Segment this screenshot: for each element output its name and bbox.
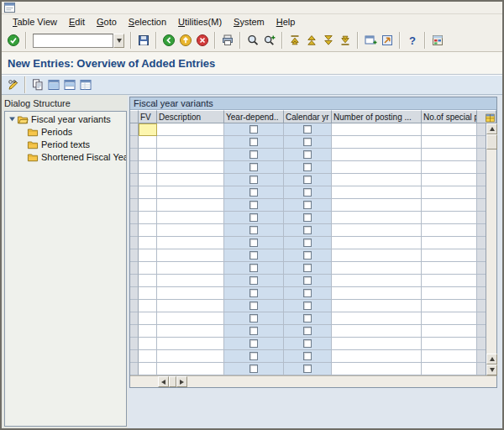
cell-no-of-special-peri[interactable]	[422, 312, 477, 325]
cell-calendar-yr[interactable]	[284, 300, 332, 312]
year-dependent-checkbox[interactable]	[249, 163, 258, 171]
cell-calendar-yr[interactable]	[284, 237, 332, 249]
cell-calendar-yr[interactable]	[284, 350, 332, 363]
calendar-year-checkbox[interactable]	[303, 188, 312, 197]
cell-year-depend[interactable]	[224, 287, 284, 300]
cell-description[interactable]	[157, 123, 224, 136]
menu-system[interactable]: System	[228, 16, 270, 28]
cell-calendar-yr[interactable]	[284, 123, 332, 136]
calendar-year-checkbox[interactable]	[303, 239, 312, 247]
select-all-icon[interactable]	[45, 77, 61, 93]
row-selector[interactable]	[130, 186, 139, 199]
cell-year-depend[interactable]	[224, 186, 284, 199]
column-header-year-depend[interactable]: Year-depend..	[224, 110, 284, 123]
cell-no-of-special-peri[interactable]	[422, 262, 477, 275]
previous-page-icon[interactable]	[303, 32, 320, 49]
calendar-year-checkbox[interactable]	[303, 289, 312, 297]
row-selector[interactable]	[130, 312, 139, 325]
column-header-no-of-special-peri[interactable]: No.of special peri	[422, 110, 477, 123]
table-configuration-icon[interactable]	[486, 113, 495, 123]
cell-no-of-special-peri[interactable]	[422, 174, 477, 186]
cell-number-of-posting[interactable]	[332, 325, 422, 338]
year-dependent-checkbox[interactable]	[249, 264, 258, 272]
row-selector[interactable]	[130, 350, 139, 363]
cell-calendar-yr[interactable]	[284, 249, 332, 262]
cell-calendar-yr[interactable]	[284, 212, 332, 224]
cell-description[interactable]	[157, 312, 224, 325]
cancel-icon[interactable]	[194, 32, 211, 49]
cell-calendar-yr[interactable]	[284, 275, 332, 287]
command-input[interactable]	[33, 34, 113, 48]
help-icon[interactable]: ?	[404, 32, 421, 49]
cell-number-of-posting[interactable]	[332, 249, 422, 262]
cell-description[interactable]	[157, 174, 224, 186]
vertical-scrollbar[interactable]	[486, 123, 496, 375]
cell-year-depend[interactable]	[224, 237, 284, 249]
first-page-icon[interactable]	[286, 32, 303, 49]
column-header-calendar-yr[interactable]: Calendar yr	[284, 110, 332, 123]
menu-help[interactable]: Help	[270, 16, 302, 28]
cell-year-depend[interactable]	[224, 249, 284, 262]
menu-edit[interactable]: Edit	[63, 16, 91, 28]
cell-description[interactable]	[157, 300, 224, 312]
cell-year-depend[interactable]	[224, 350, 284, 363]
cell-no-of-special-peri[interactable]	[422, 212, 477, 224]
cell-number-of-posting[interactable]	[332, 237, 422, 249]
cell-description[interactable]	[157, 262, 224, 275]
row-selector[interactable]	[130, 149, 139, 161]
calendar-year-checkbox[interactable]	[303, 276, 312, 285]
find-icon[interactable]	[244, 32, 261, 49]
cell-fv[interactable]	[139, 312, 157, 325]
row-selector[interactable]	[130, 161, 139, 174]
cell-calendar-yr[interactable]	[284, 363, 332, 375]
cell-number-of-posting[interactable]	[332, 123, 422, 136]
row-selector[interactable]	[130, 325, 139, 338]
year-dependent-checkbox[interactable]	[249, 176, 258, 184]
cell-no-of-special-peri[interactable]	[422, 149, 477, 161]
select-block-icon[interactable]	[61, 77, 77, 93]
scroll-down-button[interactable]	[486, 364, 497, 375]
cell-description[interactable]	[157, 224, 224, 237]
cell-number-of-posting[interactable]	[332, 275, 422, 287]
year-dependent-checkbox[interactable]	[249, 327, 258, 335]
cell-year-depend[interactable]	[224, 312, 284, 325]
cell-description[interactable]	[157, 287, 224, 300]
scroll-up-bottom-button[interactable]	[486, 354, 497, 364]
year-dependent-checkbox[interactable]	[249, 239, 258, 247]
create-session-icon[interactable]	[362, 32, 379, 49]
cell-description[interactable]	[157, 199, 224, 212]
cell-description[interactable]	[157, 338, 224, 350]
tree-node-fiscal-year-variants[interactable]: Fiscal year variants	[5, 113, 126, 125]
copy-entries-icon[interactable]	[29, 77, 45, 93]
row-selector[interactable]	[130, 199, 139, 212]
next-page-icon[interactable]	[320, 32, 337, 49]
cell-calendar-yr[interactable]	[284, 325, 332, 338]
cell-calendar-yr[interactable]	[284, 224, 332, 237]
cell-number-of-posting[interactable]	[332, 262, 422, 275]
horizontal-scrollbar[interactable]	[130, 375, 496, 387]
row-selector[interactable]	[130, 123, 139, 136]
enter-icon[interactable]	[5, 32, 22, 49]
tree-node-periods[interactable]: Periods	[5, 125, 126, 138]
row-selector[interactable]	[130, 363, 139, 375]
cell-year-depend[interactable]	[224, 161, 284, 174]
cell-description[interactable]	[157, 161, 224, 174]
cell-description[interactable]	[157, 325, 224, 338]
last-page-icon[interactable]	[337, 32, 354, 49]
cell-number-of-posting[interactable]	[332, 149, 422, 161]
cell-no-of-special-peri[interactable]	[422, 363, 477, 375]
cell-year-depend[interactable]	[224, 363, 284, 375]
cell-no-of-special-peri[interactable]	[422, 186, 477, 199]
cell-description[interactable]	[157, 186, 224, 199]
row-selector[interactable]	[130, 300, 139, 312]
cell-year-depend[interactable]	[224, 338, 284, 350]
vertical-scroll-thumb[interactable]	[486, 134, 497, 149]
back-icon[interactable]	[160, 32, 177, 49]
cell-year-depend[interactable]	[224, 224, 284, 237]
year-dependent-checkbox[interactable]	[249, 364, 258, 373]
cell-year-depend[interactable]	[224, 275, 284, 287]
cell-description[interactable]	[157, 136, 224, 149]
cell-fv[interactable]	[139, 363, 157, 375]
create-shortcut-icon[interactable]	[379, 32, 396, 49]
cell-fv[interactable]	[139, 275, 157, 287]
